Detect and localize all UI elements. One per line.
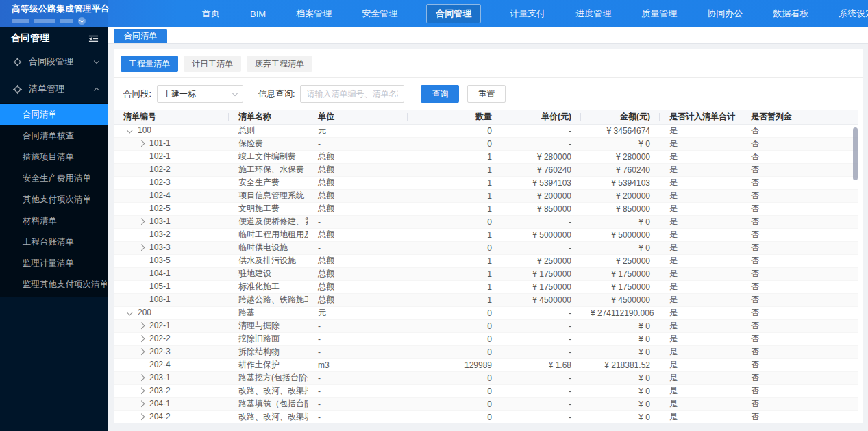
table-row[interactable]: 108-1 跨越公路、铁路施工干... 总额 1 ¥ 4500000 ¥ 450… xyxy=(114,293,858,306)
cell-name: 路基填筑（包括台阶开... xyxy=(229,397,308,410)
cell-price: - xyxy=(501,124,581,137)
cell-code: 103-3 xyxy=(149,243,171,252)
topnav-item[interactable]: 协同办公 xyxy=(706,4,744,23)
page-tab-contract-list[interactable]: 合同清单 xyxy=(114,29,167,43)
cell-qty: 0 xyxy=(408,345,501,358)
table-row[interactable]: 103-2 临时工程用地租用及清... 总额 1 ¥ 5000000 ¥ 500… xyxy=(114,228,858,241)
cell-name: 总则 xyxy=(229,124,308,137)
cell-provisional: 否 xyxy=(741,254,858,267)
table-row[interactable]: 203-1 路基挖方(包括台阶开挖) - 0 - ¥ 0 是 否 xyxy=(114,371,858,384)
table-row[interactable]: 103-1 便道及便桥修建、养护... - 0 - ¥ 0 是 否 xyxy=(114,215,858,228)
tree-toggle-icon[interactable] xyxy=(139,412,149,422)
cell-name: 跨越公路、铁路施工干... xyxy=(229,293,308,306)
sidebar-group[interactable]: 清单管理 xyxy=(0,75,108,103)
table-row[interactable]: 202-1 清理与掘除 - 0 - ¥ 0 是 否 xyxy=(114,319,858,332)
cell-code: 101-1 xyxy=(149,138,171,148)
topnav-item[interactable]: 合同管理 xyxy=(426,4,481,23)
topnav-item[interactable]: 质量管理 xyxy=(640,4,678,23)
tree-toggle-icon[interactable] xyxy=(139,321,149,331)
cell-included: 是 xyxy=(660,293,741,306)
cell-unit: 总额 xyxy=(308,228,408,241)
tree-toggle-icon[interactable] xyxy=(139,243,149,253)
table-row[interactable]: 101-1 保险费 - 0 - ¥ 0 是 否 xyxy=(114,137,858,150)
topnav-item[interactable]: 计量支付 xyxy=(508,4,547,23)
sidebar-group[interactable]: 合同段管理 xyxy=(0,48,108,75)
cell-name: 标准化施工 xyxy=(229,280,308,293)
topnav-item[interactable]: 进度管理 xyxy=(574,4,612,23)
cell-code: 103-5 xyxy=(149,256,171,265)
sidebar-submenu-item[interactable]: 合同清单核查 xyxy=(0,125,108,147)
column-header[interactable]: 是否暂列金 xyxy=(741,110,858,124)
table-row[interactable]: 100 总则 元 0 - ¥ 34564674 是 否 xyxy=(114,124,858,137)
sidebar-submenu-item[interactable]: 工程台账清单 xyxy=(0,232,108,253)
table-row[interactable]: 102-2 施工环保、水保费 总额 1 ¥ 760240 ¥ 760240 是 … xyxy=(114,163,858,176)
table-row[interactable]: 104-1 驻地建设 总额 1 ¥ 1750000 ¥ 1750000 是 否 xyxy=(114,267,858,280)
cell-code: 202-1 xyxy=(149,321,171,330)
contract-section-value: 土建一标 xyxy=(163,88,196,100)
contract-section-select[interactable]: 土建一标 xyxy=(157,85,243,103)
tree-toggle-icon[interactable] xyxy=(139,217,149,227)
column-header[interactable]: 是否计入清单合计 xyxy=(660,110,741,124)
search-input[interactable] xyxy=(300,85,404,103)
topnav-item[interactable]: 安全管理 xyxy=(360,4,399,23)
topnav-item[interactable]: 数据看板 xyxy=(771,4,810,23)
subtab[interactable]: 工程量清单 xyxy=(121,56,178,72)
sidebar-submenu-item[interactable]: 监理其他支付项次清单 xyxy=(0,274,108,295)
cell-included: 是 xyxy=(660,150,741,163)
topnav-item[interactable]: BIM xyxy=(249,5,267,23)
cell-provisional: 否 xyxy=(741,319,858,332)
table-row[interactable]: 202-3 拆除结构物 - 0 - ¥ 0 是 否 xyxy=(114,345,858,358)
cell-qty: 1 xyxy=(408,163,501,176)
topnav-item[interactable]: 系统设定 xyxy=(837,4,868,23)
cell-qty: 0 xyxy=(408,137,501,150)
table-row[interactable]: 103-5 供水及排污设施 总额 1 ¥ 250000 ¥ 250000 是 否 xyxy=(114,254,858,267)
column-header[interactable]: 金额(元) xyxy=(581,110,660,124)
sidebar-submenu-item[interactable]: 监理计量清单 xyxy=(0,253,108,274)
topnav-item[interactable]: 档案管理 xyxy=(295,4,333,23)
sidebar-submenu-item[interactable]: 安全生产费用清单 xyxy=(0,168,108,189)
column-header[interactable]: 清单名称 xyxy=(229,110,308,124)
tree-toggle-icon[interactable] xyxy=(139,334,149,344)
cell-unit: - xyxy=(308,319,408,332)
cell-provisional: 否 xyxy=(741,267,858,280)
sidebar-submenu-item[interactable]: 其他支付项次清单 xyxy=(0,189,108,210)
cell-qty: 0 xyxy=(408,241,501,254)
table-row[interactable]: 103-3 临时供电设施 - 0 - ¥ 0 是 否 xyxy=(114,241,858,254)
column-header[interactable]: 数量 xyxy=(408,110,501,124)
tree-toggle-icon[interactable] xyxy=(127,308,138,318)
sidebar-submenu-item[interactable]: 材料清单 xyxy=(0,210,108,232)
vertical-scrollbar[interactable] xyxy=(853,127,858,180)
column-header[interactable]: 清单编号 xyxy=(114,110,229,124)
tree-toggle-icon[interactable] xyxy=(127,126,138,136)
table-row[interactable]: 102-4 项目信息管理系统（暂... 总额 1 ¥ 200000 ¥ 2000… xyxy=(114,189,858,202)
topnav-item[interactable]: 首页 xyxy=(201,4,221,23)
cell-name: 项目信息管理系统（暂... xyxy=(229,189,308,202)
table-row[interactable]: 102-5 文明施工费 总额 1 ¥ 850000 ¥ 850000 是 否 xyxy=(114,202,858,215)
table-row[interactable]: 204-1 路基填筑（包括台阶开... - 0 - ¥ 0 是 否 xyxy=(114,397,858,410)
reset-button[interactable]: 重置 xyxy=(467,85,506,103)
table-row[interactable]: 102-1 竣工文件编制费 总额 1 ¥ 280000 ¥ 280000 是 否 xyxy=(114,150,858,163)
table-row[interactable]: 202-2 挖除旧路面 - 0 - ¥ 0 是 否 xyxy=(114,332,858,345)
cell-provisional: 否 xyxy=(741,241,858,254)
sidebar-submenu-item[interactable]: 合同清单 xyxy=(0,104,108,125)
table-row[interactable]: 102-3 安全生产费 总额 1 ¥ 5394103 ¥ 5394103 是 否 xyxy=(114,176,858,189)
tree-toggle-icon[interactable] xyxy=(139,139,149,149)
subtab[interactable]: 计日工清单 xyxy=(184,56,241,72)
tree-toggle-icon[interactable] xyxy=(139,399,149,409)
tree-toggle-icon[interactable] xyxy=(139,373,149,383)
menu-fold-icon[interactable] xyxy=(88,34,99,44)
table-row[interactable]: 200 路基 元 0 - ¥ 274112190.006 是 否 xyxy=(114,306,858,319)
column-header[interactable]: 单价(元) xyxy=(501,110,581,124)
sidebar-submenu-item[interactable]: 措施项目清单 xyxy=(0,147,108,168)
tree-toggle-icon[interactable] xyxy=(139,386,149,396)
column-header[interactable]: 单位 xyxy=(308,110,408,124)
table-row[interactable]: 204-2 改路、改河、改渠填筑(... - 0 - ¥ 0 是 否 xyxy=(114,410,858,423)
table-row[interactable]: 203-2 改路、改河、改渠挖方(... - 0 - ¥ 0 是 否 xyxy=(114,384,858,397)
table-row[interactable]: 105-1 标准化施工 总额 1 ¥ 1750000 ¥ 1750000 是 否 xyxy=(114,280,858,293)
cell-included: 是 xyxy=(660,319,741,332)
tree-toggle-icon[interactable] xyxy=(139,347,149,357)
subtab[interactable]: 废弃工程清单 xyxy=(247,56,312,72)
table-row[interactable]: 202-4 耕作土保护 m3 129989 ¥ 1.68 ¥ 218381.52… xyxy=(114,358,858,371)
logo-redacted-mark xyxy=(7,5,8,23)
query-button[interactable]: 查询 xyxy=(421,85,459,103)
